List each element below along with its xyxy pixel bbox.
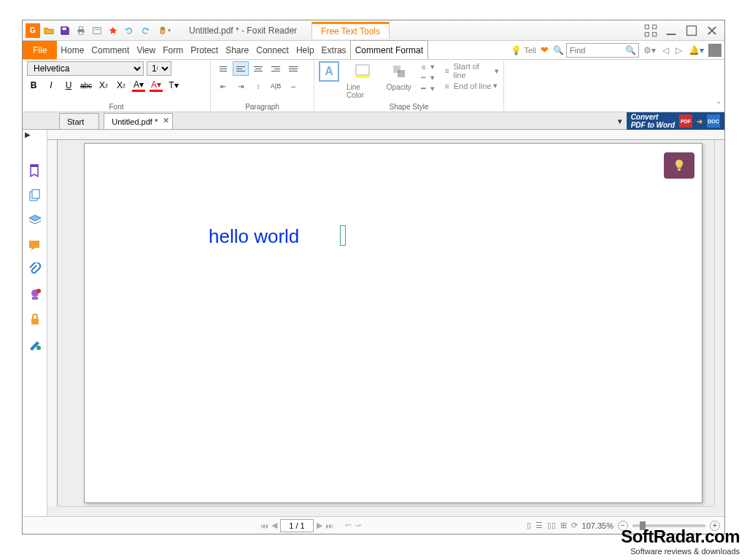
- bulb-icon[interactable]: 💡: [511, 45, 522, 55]
- opacity-button[interactable]: Opacity: [387, 61, 411, 99]
- scrollbar-horizontal[interactable]: [58, 506, 714, 516]
- view-facing-icon[interactable]: ▯▯: [547, 521, 556, 530]
- minimize-icon[interactable]: [665, 26, 678, 36]
- menu-protect[interactable]: Protect: [187, 41, 222, 59]
- view-single-icon[interactable]: ▯: [527, 521, 531, 530]
- window-title: Untitled.pdf * - Foxit Reader: [189, 26, 297, 36]
- line-color-label: Line Color: [347, 83, 379, 99]
- heart-icon[interactable]: ❤: [538, 44, 551, 55]
- align-right-button[interactable]: [268, 61, 284, 76]
- attachments-icon[interactable]: [28, 262, 42, 277]
- signature-icon[interactable]: [28, 337, 42, 351]
- tell-me[interactable]: Tell: [524, 46, 536, 55]
- menu-form[interactable]: Form: [159, 41, 187, 59]
- context-tab[interactable]: Free Text Tools: [311, 22, 390, 39]
- superscript-button[interactable]: X2: [97, 79, 110, 92]
- nav-prev-icon[interactable]: ◁: [660, 45, 671, 55]
- menu-home[interactable]: Home: [57, 41, 88, 59]
- print-icon[interactable]: [74, 23, 88, 38]
- menu-comment-format[interactable]: Comment Format: [350, 40, 428, 59]
- bold-button[interactable]: B: [27, 79, 40, 92]
- panel-expand-icon[interactable]: ▶: [25, 131, 31, 139]
- last-page-icon[interactable]: ⏭: [325, 521, 333, 530]
- strikethrough-button[interactable]: abc: [80, 79, 93, 92]
- ribbon-collapse-icon[interactable]: [644, 26, 657, 36]
- tab-document[interactable]: Untitled.pdf * ✕: [104, 113, 173, 129]
- view-cont-facing-icon[interactable]: ⊞: [560, 521, 567, 530]
- text-direction-button[interactable]: T▾: [167, 79, 180, 92]
- highlight-button[interactable]: A▾: [150, 79, 163, 92]
- scan-icon[interactable]: [90, 23, 104, 38]
- dash-style-button[interactable]: ┅▾: [419, 73, 435, 82]
- italic-button[interactable]: I: [44, 79, 58, 92]
- svg-rect-3: [79, 31, 82, 34]
- font-family-select[interactable]: Helvetica: [27, 61, 144, 76]
- font-size-select[interactable]: 16: [147, 61, 171, 76]
- line-weight-button[interactable]: ━▾: [419, 84, 435, 93]
- line-style-button[interactable]: ≡▾: [419, 62, 435, 71]
- redo-icon[interactable]: [138, 23, 152, 38]
- menu-comment[interactable]: Comment: [88, 41, 133, 59]
- comments-icon[interactable]: [28, 238, 42, 252]
- view-continuous-icon[interactable]: ☰: [535, 521, 543, 530]
- save-icon[interactable]: [58, 23, 72, 38]
- menu-help[interactable]: Help: [293, 41, 318, 59]
- find-go-icon[interactable]: 🔍: [625, 45, 636, 55]
- close-icon[interactable]: [705, 26, 719, 36]
- user-icon[interactable]: [708, 44, 721, 57]
- document-text[interactable]: hello world: [209, 225, 299, 248]
- line-spacing-button[interactable]: ↕: [250, 79, 266, 93]
- nav-fwd-icon[interactable]: ⤻: [355, 521, 361, 530]
- menu-share[interactable]: Share: [222, 41, 252, 59]
- menu-view[interactable]: View: [133, 41, 159, 59]
- undo-icon[interactable]: [122, 23, 136, 38]
- menu-extras[interactable]: Extras: [318, 41, 350, 59]
- convert-ad-banner[interactable]: ConvertPDF to Word PDF ➜ DOC: [627, 112, 724, 130]
- decrease-indent-button[interactable]: ⇤: [215, 79, 231, 93]
- view-rotate-icon[interactable]: ⟳: [571, 521, 578, 530]
- tip-bulb-icon[interactable]: [664, 152, 694, 179]
- stamps-icon[interactable]: [28, 287, 42, 302]
- security-icon[interactable]: [28, 312, 42, 327]
- menu-bar: File Home Comment View Form Protect Shar…: [23, 41, 724, 60]
- page-input[interactable]: [280, 519, 314, 532]
- bookmarks-icon[interactable]: [28, 163, 42, 178]
- nav-back-icon[interactable]: ⤺: [345, 521, 352, 530]
- pages-icon[interactable]: [28, 188, 42, 203]
- settings-icon[interactable]: ⚙▾: [641, 45, 658, 55]
- prev-page-icon[interactable]: ◀: [271, 521, 277, 530]
- tab-close-icon[interactable]: ✕: [163, 116, 169, 125]
- menu-connect[interactable]: Connect: [252, 41, 293, 59]
- end-line-button[interactable]: ≡End of line ▾: [442, 81, 499, 90]
- file-menu[interactable]: File: [23, 41, 57, 59]
- font-color-button[interactable]: A▾: [132, 79, 145, 92]
- open-icon[interactable]: [42, 23, 56, 38]
- tab-menu-icon[interactable]: ▼: [614, 117, 627, 125]
- layers-icon[interactable]: [28, 213, 42, 228]
- align-left-button[interactable]: [233, 61, 249, 76]
- subscript-button[interactable]: X2: [115, 79, 128, 92]
- underline-button[interactable]: U: [62, 79, 75, 92]
- align-center-button[interactable]: [250, 61, 266, 76]
- increase-indent-button[interactable]: ⇥: [233, 79, 249, 93]
- nav-next-icon[interactable]: ▷: [673, 45, 684, 55]
- text-box-style-button[interactable]: A: [319, 61, 339, 99]
- search-toggle-icon[interactable]: 🔍: [553, 45, 564, 55]
- hand-tool-icon[interactable]: ▾: [154, 23, 174, 38]
- first-page-icon[interactable]: ⏮: [260, 521, 268, 530]
- star-icon[interactable]: [106, 23, 120, 38]
- line-color-button[interactable]: Line Color: [347, 61, 379, 99]
- start-line-button[interactable]: ≡Start of line ▾: [442, 62, 499, 79]
- pdf-page[interactable]: hello world: [84, 143, 703, 503]
- bullet-list-button[interactable]: [215, 61, 231, 76]
- maximize-icon[interactable]: [685, 26, 698, 36]
- char-spacing-button[interactable]: A|B: [268, 79, 284, 93]
- bell-icon[interactable]: 🔔▾: [686, 45, 706, 55]
- scrollbar-vertical[interactable]: [714, 140, 724, 506]
- align-justify-button[interactable]: [285, 61, 301, 76]
- next-page-icon[interactable]: ▶: [317, 521, 322, 530]
- ribbon-collapse-chevron-icon[interactable]: ⌃: [716, 101, 721, 109]
- tab-start[interactable]: Start: [59, 113, 99, 129]
- text-scale-button[interactable]: ↔: [285, 79, 301, 93]
- app-logo-icon[interactable]: G: [26, 23, 40, 38]
